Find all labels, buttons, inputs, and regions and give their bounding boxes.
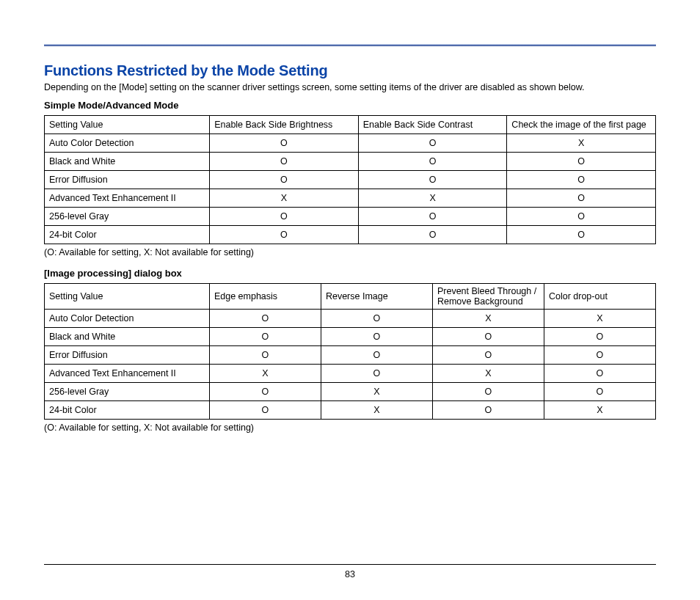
row-val: O — [210, 226, 359, 244]
row-val: O — [507, 226, 656, 244]
document-page: Functions Restricted by the Mode Setting… — [0, 0, 700, 600]
row-label: 24-bit Color — [45, 226, 210, 244]
table-row: Advanced Text Enhancement II X O X O — [45, 365, 656, 383]
table2-heading: [Image processing] dialog box — [44, 268, 656, 279]
row-val: O — [544, 346, 655, 365]
table2-col2: Reverse Image — [321, 284, 432, 310]
row-val: O — [432, 401, 544, 420]
page-number: 83 — [345, 569, 355, 579]
row-val: X — [432, 365, 544, 383]
row-val: O — [210, 134, 359, 153]
table1-col1: Enable Back Side Brightness — [210, 116, 359, 134]
row-val: O — [507, 171, 656, 189]
row-label: Advanced Text Enhancement II — [45, 189, 210, 208]
row-label: Black and White — [45, 328, 210, 346]
row-val: X — [432, 310, 544, 328]
row-val: O — [210, 171, 359, 189]
page-footer: 83 — [44, 564, 656, 579]
row-val: X — [544, 401, 655, 420]
table-row: Error Diffusion O O O O — [45, 346, 656, 365]
row-val: O — [321, 346, 432, 365]
table2-header-row: Setting Value Edge emphasis Reverse Imag… — [45, 284, 656, 310]
row-val: X — [507, 134, 656, 153]
table1-legend: (O: Available for setting, X: Not availa… — [44, 247, 656, 257]
row-val: X — [358, 189, 507, 208]
table1-header-row: Setting Value Enable Back Side Brightnes… — [45, 116, 656, 134]
table-image-processing: Setting Value Edge emphasis Reverse Imag… — [44, 283, 656, 420]
row-val: O — [358, 208, 507, 226]
table-row: Auto Color Detection O O X — [45, 134, 656, 153]
row-val: O — [432, 346, 544, 365]
row-val: X — [321, 401, 432, 420]
row-val: O — [321, 310, 432, 328]
row-val: O — [210, 208, 359, 226]
row-val: O — [507, 153, 656, 171]
row-val: X — [544, 310, 655, 328]
row-label: Error Diffusion — [45, 171, 210, 189]
table-simple-advanced-mode: Setting Value Enable Back Side Brightnes… — [44, 115, 656, 244]
table-row: 256-level Gray O O O — [45, 208, 656, 226]
table1-col2: Enable Back Side Contrast — [358, 116, 507, 134]
row-val: O — [209, 328, 321, 346]
row-val: X — [321, 383, 432, 401]
table-row: Error Diffusion O O O — [45, 171, 656, 189]
row-val: O — [358, 226, 507, 244]
row-val: X — [210, 189, 359, 208]
row-val: O — [321, 365, 432, 383]
table2-legend: (O: Available for setting, X: Not availa… — [44, 422, 656, 433]
row-label: Error Diffusion — [45, 346, 210, 365]
row-val: O — [209, 346, 321, 365]
row-label: Auto Color Detection — [45, 310, 210, 328]
table-row: 24-bit Color O X O X — [45, 401, 656, 420]
table-row: Advanced Text Enhancement II X X O — [45, 189, 656, 208]
intro-paragraph: Depending on the [Mode] setting on the s… — [44, 82, 656, 92]
header-rule — [44, 44, 656, 46]
row-val: O — [507, 208, 656, 226]
row-val: O — [507, 189, 656, 208]
table-row: Black and White O O O O — [45, 328, 656, 346]
row-val: O — [432, 328, 544, 346]
page-title: Functions Restricted by the Mode Setting — [44, 62, 656, 79]
row-val: O — [432, 383, 544, 401]
row-label: 24-bit Color — [45, 401, 210, 420]
row-label: Advanced Text Enhancement II — [45, 365, 210, 383]
footer-rule — [44, 564, 656, 565]
row-val: X — [209, 365, 321, 383]
table2-col3: Prevent Bleed Through / Remove Backgroun… — [432, 284, 544, 310]
row-label: 256-level Gray — [45, 208, 210, 226]
row-val: O — [544, 383, 655, 401]
row-val: O — [544, 328, 655, 346]
row-val: O — [358, 134, 507, 153]
row-val: O — [209, 310, 321, 328]
row-val: O — [209, 383, 321, 401]
table2-col0: Setting Value — [45, 284, 210, 310]
row-val: O — [210, 153, 359, 171]
row-val: O — [358, 171, 507, 189]
row-val: O — [544, 365, 655, 383]
table2-col4: Color drop-out — [544, 284, 655, 310]
row-label: Black and White — [45, 153, 210, 171]
row-val: O — [209, 401, 321, 420]
row-val: O — [358, 153, 507, 171]
table-row: Auto Color Detection O O X X — [45, 310, 656, 328]
table1-heading: Simple Mode/Advanced Mode — [44, 100, 656, 111]
row-label: 256-level Gray — [45, 383, 210, 401]
table2-col1: Edge emphasis — [209, 284, 321, 310]
row-val: O — [321, 328, 432, 346]
table-row: 24-bit Color O O O — [45, 226, 656, 244]
table1-col0: Setting Value — [45, 116, 210, 134]
table1-col3: Check the image of the first page — [507, 116, 656, 134]
row-label: Auto Color Detection — [45, 134, 210, 153]
table-row: Black and White O O O — [45, 153, 656, 171]
table-row: 256-level Gray O X O O — [45, 383, 656, 401]
